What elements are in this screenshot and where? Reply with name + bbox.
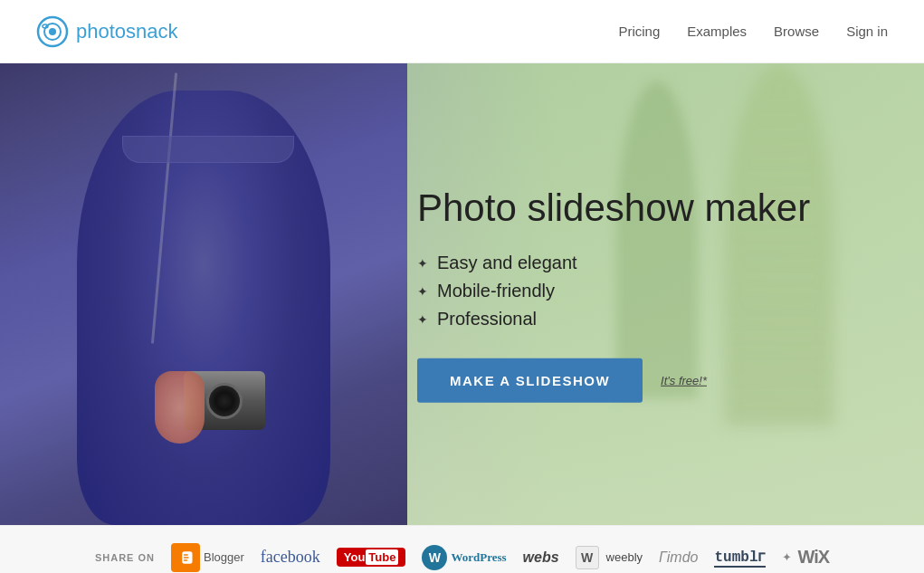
hand-shape: [155, 371, 205, 444]
nav-browse[interactable]: Browse: [774, 24, 819, 39]
weebly-icon: W: [576, 546, 599, 569]
blogger-label: Blogger: [204, 550, 244, 564]
hero-features-list: Easy and elegant Mobile-friendly Profess…: [417, 253, 870, 329]
weebly-label: weebly: [606, 550, 643, 564]
hero-title: Photo slideshow maker: [417, 186, 870, 231]
hero-section: Photo slideshow maker Easy and elegant M…: [0, 63, 924, 525]
feature-3: Professional: [417, 309, 870, 329]
blogger-icon: [171, 543, 200, 572]
camera-lens: [206, 383, 243, 419]
platform-jimdo[interactable]: Гimdo: [659, 549, 698, 566]
nav-pricing[interactable]: Pricing: [618, 24, 660, 39]
hero-cta-area: MAKE A SLIDESHOW It's free!*: [417, 358, 870, 403]
tumblr-label: tumblᴦ: [714, 548, 766, 568]
wix-icon: ✦: [782, 550, 792, 564]
nav-examples[interactable]: Examples: [687, 24, 747, 39]
free-label[interactable]: It's free!*: [661, 374, 707, 387]
platform-blogger[interactable]: Blogger: [171, 543, 244, 572]
collar-detail: [122, 136, 294, 163]
feature-2: Mobile-friendly: [417, 281, 870, 301]
feature-3-text: Professional: [437, 309, 537, 329]
logo-icon: [36, 15, 69, 48]
logo[interactable]: photosnack: [36, 15, 178, 48]
feature-1: Easy and elegant: [417, 253, 870, 273]
feature-1-text: Easy and elegant: [437, 253, 577, 273]
feature-2-text: Mobile-friendly: [437, 281, 555, 301]
header: photosnack Pricing Examples Browse Sign …: [0, 0, 924, 63]
platform-facebook[interactable]: facebook: [261, 548, 320, 567]
make-slideshow-button[interactable]: MAKE A SLIDESHOW: [417, 358, 643, 403]
hero-image-left: [0, 63, 407, 525]
hero-content: Photo slideshow maker Easy and elegant M…: [417, 186, 870, 403]
platform-wordpress[interactable]: W WordPress: [422, 545, 506, 570]
platform-youtube[interactable]: YouTube: [337, 548, 406, 567]
platform-weebly[interactable]: W weebly: [576, 546, 643, 569]
logo-text: photosnack: [76, 20, 178, 43]
share-label: SHARE ON: [95, 552, 155, 563]
platform-webs[interactable]: webs: [523, 549, 559, 566]
facebook-label: facebook: [261, 548, 320, 567]
jimdo-label: Гimdo: [659, 549, 698, 566]
share-bar: SHARE ON Blogger facebook YouTube W Word…: [0, 525, 924, 573]
svg-point-2: [49, 28, 56, 35]
wordpress-icon: W: [422, 545, 447, 570]
logo-accent: snack: [126, 20, 177, 43]
webs-label: webs: [523, 549, 559, 566]
nav-signin[interactable]: Sign in: [846, 24, 888, 39]
logo-main: photo: [76, 20, 126, 43]
main-nav: Pricing Examples Browse Sign in: [618, 24, 888, 39]
platform-tumblr[interactable]: tumblᴦ: [714, 548, 766, 568]
wordpress-label: WordPress: [451, 550, 506, 565]
wix-label: WiX: [797, 547, 829, 568]
platform-wix[interactable]: ✦ WiX: [782, 547, 829, 568]
youtube-label: YouTube: [337, 548, 406, 567]
